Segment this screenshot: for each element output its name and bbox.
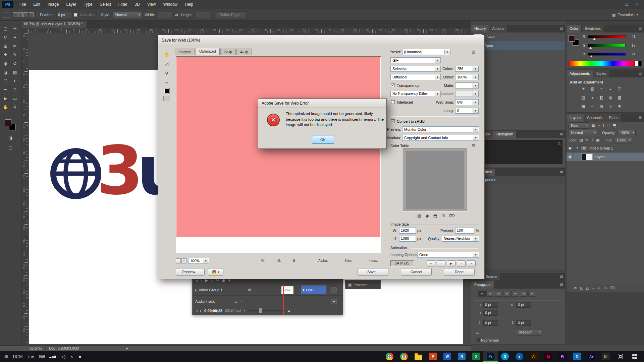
fill-dropdown[interactable]: 100% bbox=[614, 137, 632, 143]
photo-filter-icon[interactable]: ◍ bbox=[606, 94, 614, 101]
history-brush-tool-icon[interactable]: ↺ bbox=[11, 60, 19, 67]
panel-tab[interactable]: Channels bbox=[584, 114, 606, 122]
lock-transparent-icon[interactable]: ▨ bbox=[579, 138, 583, 142]
preset-dropdown[interactable]: [Unnamed] bbox=[402, 49, 450, 55]
channel-slider[interactable]: B 21 bbox=[583, 52, 636, 56]
color-table[interactable] bbox=[403, 148, 467, 212]
adjustment-layer-icon[interactable]: ◑ bbox=[592, 286, 594, 290]
align-left-button[interactable]: ≣ bbox=[478, 291, 486, 297]
workspace-switcher[interactable]: Essentials bbox=[618, 13, 634, 17]
timeline-zoom-slider[interactable] bbox=[248, 310, 285, 311]
align-center-button[interactable]: ≣ bbox=[486, 291, 494, 297]
maximize-button[interactable]: ❐ bbox=[622, 1, 632, 8]
preview-mode-tab[interactable]: Original bbox=[175, 49, 195, 55]
menu-item[interactable]: Select bbox=[96, 1, 114, 8]
justify-all-button[interactable]: ≣ bbox=[528, 291, 536, 297]
menu-item[interactable]: Type bbox=[80, 1, 96, 8]
outlook-icon[interactable]: O bbox=[570, 351, 584, 362]
refine-edge-button[interactable]: Refine Edge... bbox=[216, 11, 247, 18]
panel-tab[interactable]: Color bbox=[567, 25, 582, 33]
panel-tab[interactable]: Paths bbox=[606, 114, 622, 122]
menu-item[interactable]: View bbox=[144, 1, 159, 8]
taskbar-clock[interactable]: 13:16 bbox=[12, 354, 22, 359]
healing-brush-tool-icon[interactable]: ✚ bbox=[1, 51, 10, 58]
delete-color-icon[interactable]: ⌦ bbox=[449, 214, 455, 218]
curves-icon[interactable]: ◔ bbox=[597, 85, 605, 92]
kind-filter-dropdown[interactable]: Kind bbox=[569, 122, 589, 129]
pen-tool-icon[interactable]: ✒ bbox=[1, 86, 10, 93]
panel-menu-icon[interactable]: ▤ bbox=[472, 143, 475, 147]
menu-item[interactable]: Layer bbox=[63, 1, 79, 8]
track-twisty-icon[interactable]: ▸ bbox=[195, 288, 197, 292]
keyboard-icon[interactable]: ⌨ bbox=[39, 354, 45, 359]
visibility-eye-icon[interactable]: ◉ bbox=[567, 153, 574, 161]
lasso-tool-icon[interactable]: Ϛ bbox=[1, 34, 10, 41]
align-right-button[interactable]: ≣ bbox=[495, 291, 502, 297]
group-twisty-icon[interactable]: ▼ bbox=[576, 146, 579, 149]
exposure-icon[interactable]: ◒ bbox=[606, 85, 614, 92]
scroll-right-icon[interactable]: ▸ bbox=[200, 309, 202, 312]
web-shift-color-icon[interactable]: ⬒ bbox=[433, 214, 437, 218]
aftereffects-icon[interactable]: Ae bbox=[584, 351, 599, 362]
panel-tab[interactable]: Adjustments bbox=[567, 70, 593, 77]
lock-all-icon[interactable]: ▣ bbox=[596, 138, 600, 142]
panel-tab[interactable]: Layers bbox=[567, 114, 584, 122]
dither-amount-dropdown[interactable]: 100% bbox=[455, 74, 479, 80]
status-menu-arrow[interactable]: ▶ bbox=[126, 347, 128, 350]
zoom-level-dropdown[interactable]: 100% bbox=[188, 258, 209, 264]
zoom-slider-thumb[interactable] bbox=[259, 308, 262, 313]
menu-item[interactable]: File bbox=[16, 1, 29, 8]
channel-slider[interactable]: R 41 bbox=[583, 35, 636, 39]
preview-dropdown[interactable]: Monitor Color bbox=[402, 126, 479, 132]
word-icon[interactable]: W bbox=[440, 351, 454, 362]
history-state-row[interactable]: Open bbox=[471, 41, 565, 50]
browser-select-button[interactable]: ▾ bbox=[208, 268, 223, 276]
layer-row[interactable]: ◉ Layer 1 bbox=[567, 153, 644, 161]
zoom-out-icon[interactable]: ▴ bbox=[244, 309, 245, 312]
blend-mode-dropdown[interactable]: Normal bbox=[569, 130, 597, 136]
network-icon[interactable]: ▂▄▆ bbox=[49, 355, 56, 358]
justify-last-left-button[interactable]: ≣ bbox=[503, 291, 511, 297]
menu-item[interactable]: 3D bbox=[131, 1, 143, 8]
photoshop-icon[interactable]: Ps bbox=[483, 351, 498, 362]
link-layers-icon[interactable]: ⧉ bbox=[574, 286, 577, 290]
new-group-icon[interactable]: ▱ bbox=[597, 286, 600, 290]
zoom-in-icon[interactable]: ▲ bbox=[287, 309, 291, 312]
preview-mode-tab[interactable]: 4-Up bbox=[236, 49, 252, 55]
panel-tab[interactable]: Styles bbox=[593, 70, 610, 77]
close-button[interactable]: ✕ bbox=[632, 1, 642, 8]
white-swatch[interactable] bbox=[635, 61, 638, 66]
zoom-tool-icon[interactable]: ⚲ bbox=[11, 103, 19, 111]
space-before-input[interactable]: 0 pt bbox=[483, 320, 498, 326]
panel-tab[interactable]: History bbox=[471, 25, 489, 33]
powerpoint-icon[interactable]: P bbox=[426, 351, 440, 362]
metadata-dropdown[interactable]: Copyright and Contact Info bbox=[402, 135, 479, 141]
done-button[interactable]: Done bbox=[444, 268, 475, 276]
indent-left-input[interactable]: 0 pt bbox=[483, 302, 498, 308]
hidden-icons-chevron[interactable]: ∧ bbox=[70, 354, 73, 359]
preview-in-browser-button[interactable]: Preview... bbox=[176, 268, 205, 276]
width-input[interactable] bbox=[158, 12, 172, 18]
zoom-tool-icon[interactable]: ⚲ bbox=[163, 69, 171, 77]
interlaced-checkbox[interactable] bbox=[391, 100, 395, 104]
lock-pixels-icon[interactable]: ✎ bbox=[585, 138, 589, 142]
add-color-icon[interactable]: ⊞ bbox=[441, 214, 445, 218]
panel-menu-icon[interactable]: ▤ bbox=[558, 25, 565, 33]
panel-menu-icon[interactable]: ▤ bbox=[558, 273, 565, 281]
hand-tool-icon[interactable]: ✋ bbox=[163, 51, 171, 58]
illustrator-icon[interactable]: Ai bbox=[527, 351, 541, 362]
panel-menu-icon[interactable]: ▤ bbox=[637, 25, 644, 33]
opacity-dropdown[interactable]: 100% bbox=[618, 130, 636, 136]
eyedropper-color-swatch[interactable] bbox=[164, 88, 170, 94]
visibility-eye-icon[interactable]: ◉ bbox=[567, 144, 574, 152]
panel-tab[interactable]: Paragraph bbox=[471, 281, 495, 289]
justify-last-center-button[interactable]: ≣ bbox=[512, 291, 519, 297]
video-track-label[interactable]: Video Group 1 bbox=[199, 288, 223, 292]
first-line-indent-input[interactable]: 0 pt bbox=[483, 310, 498, 316]
panel-menu-icon[interactable]: ▤ bbox=[637, 114, 644, 122]
slider-handle[interactable] bbox=[590, 55, 593, 57]
gradient-tool-icon[interactable]: ▨ bbox=[11, 68, 19, 76]
clone-stamp-tool-icon[interactable]: ◉ bbox=[1, 60, 10, 67]
indent-right-input[interactable]: 0 pt bbox=[516, 302, 531, 308]
panel-menu-icon[interactable]: ▤ bbox=[472, 50, 475, 54]
